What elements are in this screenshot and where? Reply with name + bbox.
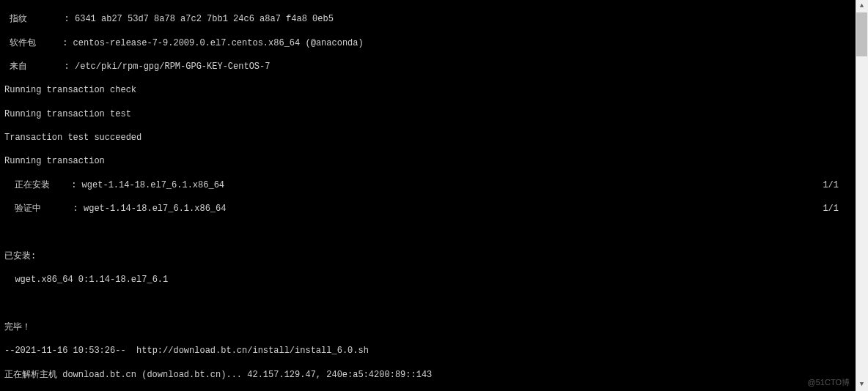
transaction-running: Running transaction: [4, 155, 864, 167]
transaction-succeeded: Transaction test succeeded: [4, 132, 864, 144]
wget-resolving: 正在解析主机 download.bt.cn (download.bt.cn)..…: [4, 369, 864, 381]
transaction-test: Running transaction test: [4, 108, 864, 120]
package-label: 软件包: [4, 38, 62, 48]
fingerprint-value: : 6341 ab27 53d7 8a78 a7c2 7bb1 24c6 a8a…: [65, 14, 334, 24]
verifying-label: 验证中: [4, 204, 73, 214]
from-label: 来自: [4, 62, 65, 72]
installing-value: : wget-1.14-18.el7_6.1.x86_64: [71, 180, 224, 190]
installed-package: wget.x86_64 0:1.14-18.el7_6.1: [4, 274, 864, 286]
scrollbar-down-icon[interactable]: ▼: [856, 379, 868, 391]
verifying-count: 1/1: [823, 203, 839, 215]
scrollbar-track[interactable]: ▲ ▼: [856, 0, 868, 391]
wget-timestamp: --2021-11-16 10:53:26-- http://download.…: [4, 345, 864, 357]
scrollbar-thumb[interactable]: [856, 12, 867, 56]
package-value: : centos-release-7-9.2009.0.el7.centos.x…: [62, 38, 363, 48]
installing-label: 正在安装: [4, 180, 71, 190]
complete-label: 完毕！: [4, 321, 864, 333]
terminal-output[interactable]: 指纹 : 6341 ab27 53d7 8a78 a7c2 7bb1 24c6 …: [0, 0, 868, 391]
scrollbar-up-icon[interactable]: ▲: [856, 0, 868, 12]
transaction-check: Running transaction check: [4, 84, 864, 96]
from-value: : /etc/pki/rpm-gpg/RPM-GPG-KEY-CentOS-7: [65, 62, 271, 72]
verifying-value: : wget-1.14-18.el7_6.1.x86_64: [73, 204, 227, 214]
watermark-text: @51CTO博: [808, 377, 850, 388]
installed-label: 已安装:: [4, 250, 864, 262]
installing-count: 1/1: [823, 179, 839, 191]
fingerprint-label: 指纹: [4, 14, 65, 24]
